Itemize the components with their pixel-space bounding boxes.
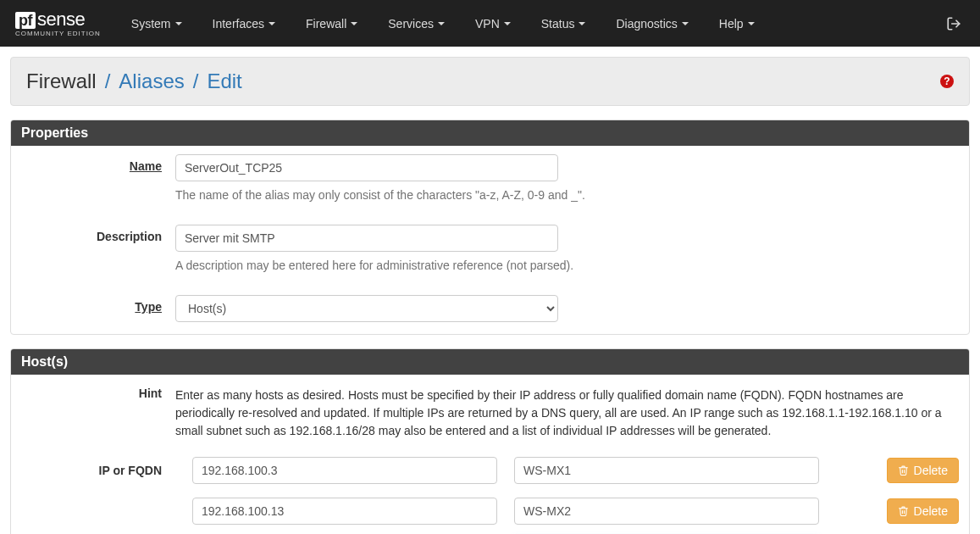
host-row: IP or FQDN Delete bbox=[11, 450, 969, 491]
caret-down-icon bbox=[351, 22, 357, 25]
nav-firewall[interactable]: Firewall bbox=[291, 0, 373, 47]
delete-button[interactable]: Delete bbox=[887, 458, 959, 483]
nav-label: Interfaces bbox=[213, 17, 264, 31]
hosts-heading: Host(s) bbox=[11, 349, 969, 375]
trash-icon bbox=[898, 464, 909, 476]
host-desc-input[interactable] bbox=[514, 457, 819, 484]
nav-label: Help bbox=[719, 17, 744, 31]
delete-button[interactable]: Delete bbox=[887, 498, 959, 524]
nav-services[interactable]: Services bbox=[373, 0, 460, 47]
nav-help[interactable]: Help bbox=[704, 0, 770, 47]
top-navbar: pf sense COMMUNITY EDITION System Interf… bbox=[0, 0, 980, 47]
name-label: Name bbox=[21, 154, 175, 204]
nav-label: Status bbox=[541, 17, 575, 31]
description-input[interactable] bbox=[175, 225, 558, 252]
caret-down-icon bbox=[175, 22, 182, 25]
type-select[interactable]: Host(s) bbox=[175, 295, 558, 322]
description-help: A description may be entered here for ad… bbox=[175, 257, 959, 275]
hosts-panel: Host(s) Hint Enter as many hosts as desi… bbox=[10, 348, 970, 534]
nav-label: Firewall bbox=[306, 17, 346, 31]
brand-logo[interactable]: pf sense COMMUNITY EDITION bbox=[0, 10, 116, 37]
host-desc-input[interactable] bbox=[514, 498, 819, 525]
brand-left: pf bbox=[15, 12, 36, 29]
breadcrumb-sep: / bbox=[105, 70, 111, 93]
host-ip-input[interactable] bbox=[192, 457, 497, 484]
nav-vpn[interactable]: VPN bbox=[460, 0, 526, 47]
properties-panel: Properties Name The name of the alias ma… bbox=[10, 120, 970, 335]
host-row: Delete bbox=[11, 491, 969, 531]
hint-label: Hint bbox=[21, 387, 175, 440]
brand-right: sense bbox=[37, 10, 85, 29]
caret-down-icon bbox=[504, 22, 511, 25]
delete-label: Delete bbox=[914, 504, 948, 518]
nav-label: VPN bbox=[475, 17, 500, 31]
caret-down-icon bbox=[682, 22, 689, 25]
logout-icon[interactable] bbox=[934, 16, 973, 31]
caret-down-icon bbox=[748, 22, 755, 25]
nav-label: Services bbox=[388, 17, 434, 31]
caret-down-icon bbox=[269, 22, 275, 25]
breadcrumb-aliases[interactable]: Aliases bbox=[119, 70, 184, 93]
nav-interfaces[interactable]: Interfaces bbox=[197, 0, 291, 47]
nav-diagnostics[interactable]: Diagnostics bbox=[601, 0, 703, 47]
caret-down-icon bbox=[579, 22, 585, 25]
help-icon[interactable]: ? bbox=[940, 75, 954, 88]
caret-down-icon bbox=[438, 22, 445, 25]
nav-label: Diagnostics bbox=[616, 17, 677, 31]
breadcrumb-sep: / bbox=[193, 70, 199, 93]
hint-text: Enter as many hosts as desired. Hosts mu… bbox=[175, 387, 959, 440]
nav-label: System bbox=[131, 17, 171, 31]
main-nav: System Interfaces Firewall Services VPN … bbox=[116, 0, 770, 47]
name-help: The name of the alias may only consist o… bbox=[175, 186, 959, 204]
breadcrumb-root: Firewall bbox=[26, 70, 97, 93]
description-label: Description bbox=[21, 225, 175, 275]
nav-system[interactable]: System bbox=[116, 0, 197, 47]
type-label: Type bbox=[21, 295, 175, 322]
breadcrumb: Firewall / Aliases / Edit bbox=[26, 70, 242, 93]
trash-icon bbox=[898, 505, 909, 517]
nav-status[interactable]: Status bbox=[526, 0, 601, 47]
breadcrumb-edit[interactable]: Edit bbox=[207, 70, 241, 93]
brand-edition: COMMUNITY EDITION bbox=[15, 31, 101, 37]
breadcrumb-bar: Firewall / Aliases / Edit ? bbox=[10, 57, 970, 106]
delete-label: Delete bbox=[914, 464, 948, 477]
name-input[interactable] bbox=[175, 154, 558, 181]
host-ip-input[interactable] bbox=[192, 498, 497, 525]
properties-heading: Properties bbox=[11, 120, 969, 146]
ip-or-fqdn-label: IP or FQDN bbox=[21, 464, 175, 477]
